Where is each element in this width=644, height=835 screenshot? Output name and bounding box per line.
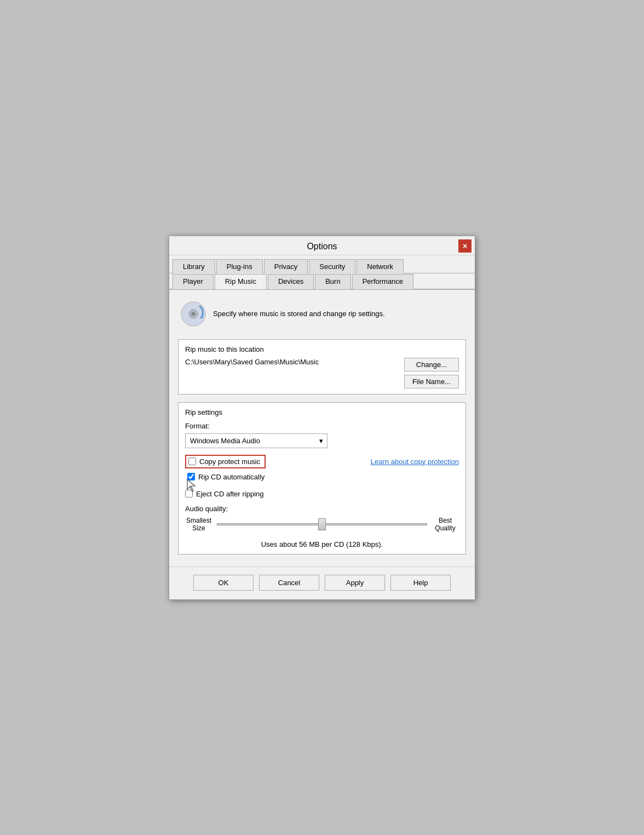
dialog-title: Options: [307, 242, 337, 251]
location-buttons: Change... File Name...: [404, 358, 459, 388]
content-area: Specify where music is stored and change…: [169, 290, 475, 567]
quality-min-label: SmallestSize: [185, 517, 212, 532]
ok-button[interactable]: OK: [193, 575, 254, 591]
tab-plugins[interactable]: Plug-ins: [216, 259, 263, 273]
quality-max-label: BestQuality: [432, 517, 459, 532]
format-select[interactable]: Windows Media Audio Windows Media Audio …: [185, 433, 327, 448]
eject-label[interactable]: Eject CD after ripping: [196, 490, 264, 498]
format-select-container: Windows Media Audio Windows Media Audio …: [185, 433, 459, 448]
tabs-row2: Player Rip Music Devices Burn Performanc…: [169, 273, 475, 290]
title-bar: Options ×: [169, 236, 475, 255]
copy-protect-checkbox[interactable]: [188, 457, 196, 465]
tab-player[interactable]: Player: [173, 274, 214, 289]
eject-row: Eject CD after ripping: [185, 490, 459, 498]
tab-library[interactable]: Library: [173, 259, 215, 273]
help-button[interactable]: Help: [390, 575, 451, 591]
rip-settings-section: Rip settings Format: Windows Media Audio…: [178, 402, 466, 554]
learn-about-link[interactable]: Learn about copy protection: [371, 457, 459, 466]
change-button[interactable]: Change...: [404, 358, 459, 371]
tab-privacy[interactable]: Privacy: [264, 259, 308, 273]
tabs-row1: Library Plug-ins Privacy Security Networ…: [169, 255, 475, 273]
format-label: Format:: [185, 422, 459, 430]
tab-network[interactable]: Network: [357, 259, 404, 273]
quality-row: SmallestSize BestQuality: [185, 516, 459, 533]
rip-cd-row: Rip CD automatically: [185, 473, 459, 481]
tab-burn[interactable]: Burn: [315, 274, 350, 289]
close-button[interactable]: ×: [458, 239, 472, 253]
description-text: Specify where music is stored and change…: [213, 310, 385, 318]
cd-icon: [180, 301, 206, 327]
tab-security[interactable]: Security: [309, 259, 355, 273]
copy-protect-label[interactable]: Copy protect music: [199, 457, 260, 466]
apply-button[interactable]: Apply: [325, 575, 385, 591]
rip-cd-label[interactable]: Rip CD automatically: [198, 473, 264, 481]
options-dialog: Options × Library Plug-ins Privacy Secur…: [169, 236, 475, 600]
format-select-wrapper: Windows Media Audio Windows Media Audio …: [185, 433, 327, 448]
audio-quality-label: Audio quality:: [185, 505, 459, 513]
bottom-buttons: OK Cancel Apply Help: [169, 567, 475, 599]
tab-devices[interactable]: Devices: [268, 274, 314, 289]
quality-slider[interactable]: [217, 523, 427, 525]
location-label: Rip music to this location: [185, 345, 459, 353]
quality-description: Uses about 56 MB per CD (128 Kbps).: [185, 540, 459, 548]
svg-point-2: [192, 312, 195, 316]
location-row: C:\Users\Mary\Saved Games\Music\Music Ch…: [185, 358, 459, 388]
slider-container: [217, 516, 427, 533]
rip-settings-title: Rip settings: [185, 408, 459, 416]
rip-cd-checkbox[interactable]: [187, 473, 195, 481]
cancel-button[interactable]: Cancel: [259, 575, 319, 591]
eject-checkbox[interactable]: [185, 490, 193, 497]
copy-protect-highlighted: Copy protect music: [185, 455, 266, 468]
tab-rip-music[interactable]: Rip Music: [215, 274, 267, 289]
description-section: Specify where music is stored and change…: [178, 296, 466, 331]
location-section: Rip music to this location C:\Users\Mary…: [178, 339, 466, 394]
copy-protect-row: Copy protect music Learn about copy prot…: [185, 455, 459, 468]
tab-performance[interactable]: Performance: [352, 274, 413, 289]
filename-button[interactable]: File Name...: [404, 375, 459, 388]
location-path: C:\Users\Mary\Saved Games\Music\Music: [185, 358, 399, 366]
